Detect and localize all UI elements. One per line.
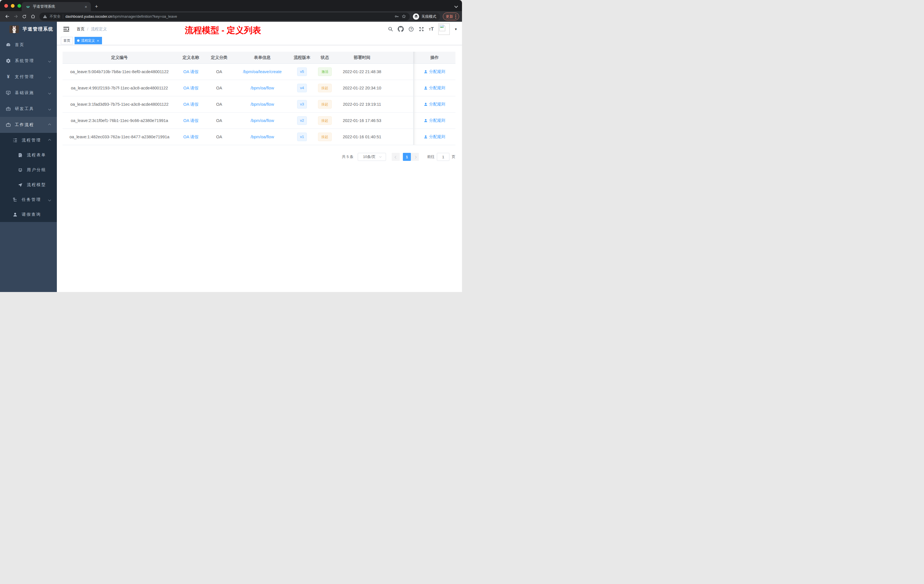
- robot-icon: [18, 167, 23, 173]
- svg-text:?: ?: [410, 27, 412, 31]
- form-link[interactable]: /bpm/oa/flow: [251, 118, 274, 123]
- sidebar-item-label: 支付管理: [15, 74, 34, 79]
- key-icon[interactable]: [394, 14, 399, 19]
- current-page-button[interactable]: 1: [403, 153, 411, 161]
- page-size-select[interactable]: 10条/页: [358, 153, 386, 161]
- cell-form: /bpm/oa/flow: [233, 80, 292, 96]
- sidebar-item-user-group[interactable]: 用户分组: [0, 163, 57, 177]
- header-cell-actions: 操作: [413, 52, 455, 63]
- cell-actions: 分配规则: [413, 129, 455, 145]
- sidebar-item-process-model[interactable]: 流程模型: [0, 177, 57, 192]
- chevron-down-icon: [48, 198, 51, 201]
- assign-rule-link[interactable]: 分配规则: [424, 134, 445, 139]
- app-header: 首页 / 流程定义 流程模型 - 定义列表 ?: [57, 22, 462, 36]
- app-root: 芋道管理系统 首页系统管理¥支付管理基础设施研发工具工作流程流程管理流程表单用户…: [0, 22, 462, 292]
- bookmark-star-icon[interactable]: [401, 14, 406, 19]
- sidebar-item-process-management[interactable]: 流程管理: [0, 133, 57, 148]
- browser-tab[interactable]: 芋道管理系统 ×: [22, 2, 91, 11]
- header-cell-id: 定义编号: [63, 52, 176, 63]
- table-row: oa_leave:2:3c1f0ef1-76b1-11ec-9c66-a2380…: [63, 112, 455, 129]
- definition-name-link[interactable]: OA 请假: [183, 118, 198, 124]
- gear-icon: [6, 58, 11, 63]
- sidebar-item-label: 用户分组: [27, 167, 46, 173]
- security-badge[interactable]: 不安全: [50, 14, 61, 19]
- user-icon: [424, 86, 428, 90]
- tag-label: 流程定义: [81, 38, 95, 43]
- form-link[interactable]: /bpm/oa/flow: [251, 102, 274, 107]
- cell-category: OA: [205, 64, 233, 80]
- assign-rule-link[interactable]: 分配规则: [424, 102, 445, 107]
- definition-name-link[interactable]: OA 请假: [183, 134, 198, 140]
- definition-name-link[interactable]: OA 请假: [183, 102, 198, 107]
- omnibox[interactable]: 不安全 dashboard.yudao.iocoder.cn/bpm/manag…: [40, 13, 410, 21]
- cell-id: oa_leave:5:004b710b-7b8a-11ec-8ef0-acde4…: [63, 64, 176, 80]
- sidebar-item-system[interactable]: 系统管理: [0, 53, 57, 69]
- forward-button[interactable]: [12, 12, 20, 21]
- tag-home[interactable]: 首页: [61, 37, 73, 44]
- tab-search-button[interactable]: [455, 3, 457, 8]
- tree-list-icon: [13, 138, 18, 143]
- tag-close-icon[interactable]: ×: [97, 39, 99, 43]
- sidebar-item-process-form[interactable]: 流程表单: [0, 148, 57, 163]
- definition-name-link[interactable]: OA 请假: [183, 86, 198, 91]
- cell-name: OA 请假: [176, 112, 205, 129]
- new-tab-button[interactable]: +: [91, 3, 102, 11]
- back-button[interactable]: [3, 12, 12, 21]
- cell-actions: 分配规则: [413, 96, 455, 112]
- warning-icon: [43, 14, 47, 18]
- table-body: oa_leave:5:004b710b-7b8a-11ec-8ef0-acde4…: [63, 64, 455, 145]
- cell-status: 激活: [312, 64, 337, 80]
- sidebar-item-devtools[interactable]: 研发工具: [0, 101, 57, 117]
- header-actions: ? TT ▼: [388, 23, 457, 35]
- hamburger-button[interactable]: [61, 25, 72, 33]
- tab-close-icon[interactable]: ×: [84, 4, 88, 9]
- breadcrumb-home[interactable]: 首页: [77, 26, 84, 32]
- next-page-button[interactable]: [411, 153, 419, 161]
- sidebar-item-infrastructure[interactable]: 基础设施: [0, 85, 57, 101]
- monitor-icon: [6, 90, 11, 96]
- kebab-menu-icon[interactable]: [455, 14, 456, 19]
- definition-name-link[interactable]: OA 请假: [183, 69, 198, 74]
- reload-button[interactable]: [20, 12, 28, 21]
- form-link[interactable]: /bpm/oa/flow: [251, 86, 274, 90]
- breadcrumb-current: 流程定义: [91, 26, 107, 32]
- sidebar-item-leave-query[interactable]: 请假查询: [0, 207, 57, 222]
- form-link[interactable]: /bpm/oa/leave/create: [243, 69, 281, 74]
- url-text: dashboard.yudao.iocoder.cn/bpm/manager/d…: [66, 14, 177, 18]
- logo-title: 芋道管理系统: [23, 26, 53, 32]
- sidebar-item-workflow[interactable]: 工作流程: [0, 117, 57, 133]
- assign-rule-link[interactable]: 分配规则: [424, 69, 445, 74]
- sidebar-item-task-management[interactable]: 任务管理: [0, 192, 57, 207]
- avatar-caret-icon[interactable]: ▼: [454, 27, 457, 31]
- zoom-window-button[interactable]: [17, 4, 21, 8]
- select-caret-icon: [379, 155, 381, 157]
- tag-process-definition[interactable]: 流程定义×: [74, 37, 102, 44]
- home-button[interactable]: [28, 12, 37, 21]
- prev-page-button[interactable]: [392, 153, 400, 161]
- close-window-button[interactable]: [4, 4, 8, 8]
- assign-rule-label: 分配规则: [429, 134, 445, 139]
- assign-rule-link[interactable]: 分配规则: [424, 118, 445, 123]
- font-size-icon[interactable]: TT: [429, 26, 434, 32]
- sidebar-item-payment[interactable]: ¥支付管理: [0, 69, 57, 85]
- avatar[interactable]: [438, 23, 450, 35]
- sidebar: 芋道管理系统 首页系统管理¥支付管理基础设施研发工具工作流程流程管理流程表单用户…: [0, 22, 57, 292]
- form-link[interactable]: /bpm/oa/flow: [251, 135, 274, 139]
- sidebar-item-home[interactable]: 首页: [0, 37, 57, 53]
- goto-input[interactable]: [437, 153, 449, 161]
- fullscreen-icon[interactable]: [419, 26, 424, 32]
- status-badge: 挂起: [318, 133, 332, 141]
- version-tag: v4: [297, 84, 307, 92]
- assign-rule-link[interactable]: 分配规则: [424, 86, 445, 91]
- version-tag: v2: [297, 116, 307, 125]
- chevron-down-icon: [48, 107, 51, 110]
- logo[interactable]: 芋道管理系统: [0, 22, 57, 37]
- help-icon[interactable]: ?: [408, 26, 414, 32]
- update-button[interactable]: 更新: [443, 13, 459, 20]
- cell-deploy-time: 2022-01-22 20:34:10: [337, 80, 413, 96]
- tab-favicon-icon: [26, 4, 30, 10]
- github-icon[interactable]: [398, 26, 404, 32]
- search-icon[interactable]: [388, 26, 393, 32]
- sidebar-item-label: 流程模型: [27, 182, 46, 187]
- minimize-window-button[interactable]: [11, 4, 15, 8]
